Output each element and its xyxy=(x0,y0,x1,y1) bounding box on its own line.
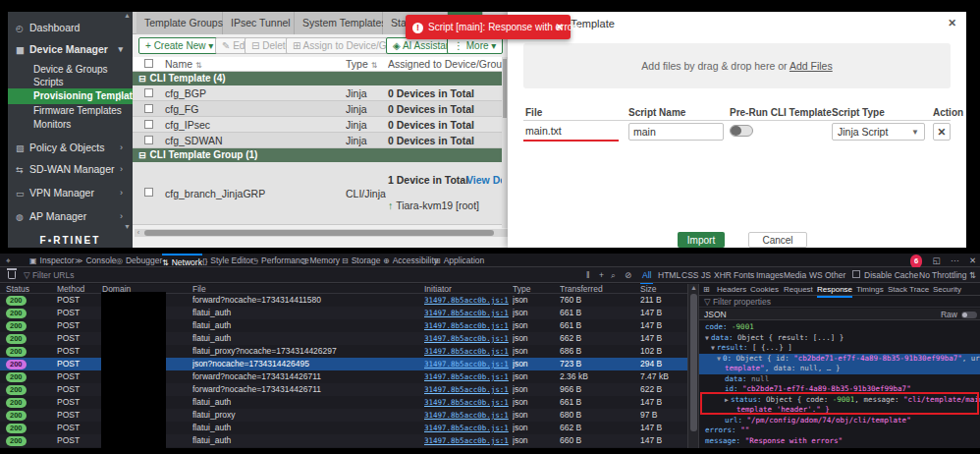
more-button[interactable]: ⋮ More ▾ xyxy=(447,37,503,54)
twisty-down-icon[interactable]: ▼ xyxy=(705,334,709,342)
add-icon[interactable]: + xyxy=(599,267,604,283)
scrollbar-thumb[interactable] xyxy=(144,230,494,236)
import-button[interactable]: Import xyxy=(678,232,725,248)
tab-ipsec-tunnel[interactable]: IPsec Tunnel xyxy=(223,12,295,34)
remove-file-button[interactable]: ✕ xyxy=(933,123,951,141)
json-line-object0[interactable]: ▼0: Object { id: "cb2bde71-ef7f-4a89-8b3… xyxy=(699,354,980,365)
row-checkbox[interactable] xyxy=(144,120,153,129)
toast-close-icon[interactable]: ✕ xyxy=(556,15,564,39)
script-name-input[interactable] xyxy=(628,123,724,141)
devtools-tab-storage[interactable]: ⊟Storage xyxy=(342,254,380,267)
col-assigned[interactable]: Assigned to Device/Group ⇅ xyxy=(388,57,517,73)
scroll-left-icon[interactable]: ‹ xyxy=(135,229,142,237)
details-tab-timings[interactable]: Timings xyxy=(856,284,884,296)
row-checkbox[interactable] xyxy=(144,188,153,197)
col-size[interactable]: Size xyxy=(640,284,685,294)
sidebar-item-vpn-manager[interactable]: ▭VPN Manager› xyxy=(8,185,133,200)
filter-urls-input[interactable]: ▽ Filter URLs xyxy=(24,267,74,283)
details-tab-security[interactable]: Security xyxy=(933,284,961,296)
initiator-link[interactable]: 31497.8b5acc0b.js:1 xyxy=(424,360,509,369)
json-line-data-null[interactable]: data: null xyxy=(699,374,980,385)
devtools-tab-network[interactable]: ⇅Network xyxy=(162,254,202,267)
disable-cache-checkbox[interactable] xyxy=(852,270,860,278)
col-status[interactable]: Status xyxy=(6,284,53,294)
meatball-menu-icon[interactable]: ⋯ xyxy=(951,255,959,265)
json-line-code[interactable]: code: -9001 xyxy=(699,322,980,333)
initiator-link[interactable]: 31497.8b5acc0b.js:1 xyxy=(424,296,509,305)
details-tab-stack-trace[interactable]: Stack Trace xyxy=(888,284,929,296)
tab-system-templates[interactable]: System Templates xyxy=(295,12,383,34)
devtools-tab-console[interactable]: ≫Console xyxy=(75,254,117,267)
sidebar-item-monitors[interactable]: Monitors xyxy=(8,117,133,133)
prerun-toggle[interactable] xyxy=(730,125,753,137)
script-type-select[interactable]: Jinja Script▼ xyxy=(832,123,925,141)
block-icon[interactable]: ⊘ xyxy=(625,267,631,283)
sidebar-item-sdwan-manager[interactable]: ⇆SD-WAN Manager› xyxy=(8,161,133,177)
close-devtools-icon[interactable]: ✕ xyxy=(969,255,976,265)
type-filter-fonts[interactable]: Fonts xyxy=(732,267,756,283)
col-initiator[interactable]: Initiator xyxy=(424,284,509,294)
sidebar-item-policy-objects[interactable]: ▧Policy & Objects› xyxy=(8,140,133,155)
details-tab-headers[interactable]: Headers xyxy=(717,284,746,296)
filter-properties-input[interactable]: ▽ Filter properties xyxy=(699,297,980,308)
json-line-result[interactable]: ▼result: [ {...} ] xyxy=(699,343,980,354)
create-new-button[interactable]: + Create New ▾ xyxy=(138,37,220,54)
scrollbar-thumb[interactable] xyxy=(503,59,507,118)
devtools-tab-performance[interactable]: ◷Performance xyxy=(251,254,309,267)
json-line-message[interactable]: message: "Response with errors" xyxy=(699,436,980,447)
col-file[interactable]: File xyxy=(192,284,418,294)
details-tab-cookies[interactable]: Cookies xyxy=(750,284,779,296)
collapse-icon[interactable]: ⊟ xyxy=(138,150,146,160)
devtools-tab-debugger[interactable]: ◎Debugger xyxy=(116,254,162,267)
json-line-data[interactable]: ▼data: Object { result: [...] } xyxy=(699,333,980,344)
file-dropzone[interactable]: Add files by drag & drop here or Add Fil… xyxy=(523,43,951,88)
devtools-tab-inspector[interactable]: ▣Inspector xyxy=(29,254,75,267)
scroll-up-icon[interactable]: ▲ xyxy=(124,12,131,19)
initiator-link[interactable]: 31497.8b5acc0b.js:1 xyxy=(424,436,509,445)
initiator-link[interactable]: 31497.8b5acc0b.js:1 xyxy=(424,321,509,330)
col-type[interactable]: Type ⇅ xyxy=(346,57,377,73)
tab-template-groups[interactable]: Template Groups xyxy=(136,12,223,34)
type-filter-js[interactable]: JS xyxy=(699,267,713,283)
disable-cache-label[interactable]: Disable Cache xyxy=(864,267,918,283)
initiator-link[interactable]: 31497.8b5acc0b.js:1 xyxy=(424,411,509,420)
scroll-up-icon[interactable]: ▲ xyxy=(690,284,697,291)
clear-requests-icon[interactable] xyxy=(8,271,16,279)
col-type[interactable]: Type xyxy=(513,284,556,294)
search-icon[interactable]: ⌕ xyxy=(611,267,616,283)
add-files-link[interactable]: Add Files xyxy=(789,60,833,72)
expand-all-icon[interactable]: ⊞ xyxy=(703,284,710,296)
sidebar-item-provisioning-templates[interactable]: Provisioning Templates⋮ xyxy=(8,88,133,104)
sidebar-item-dashboard[interactable]: ◴Dashboard xyxy=(8,20,133,35)
row-checkbox[interactable] xyxy=(144,104,153,113)
type-filter-all[interactable]: All xyxy=(640,267,653,285)
type-filter-other[interactable]: Other xyxy=(823,267,847,283)
collapse-icon[interactable]: ⊟ xyxy=(138,74,146,84)
initiator-link[interactable]: 31497.8b5acc0b.js:1 xyxy=(424,309,509,317)
select-all-checkbox[interactable] xyxy=(144,59,153,68)
type-filter-media[interactable]: Media xyxy=(782,267,808,283)
scroll-down-icon[interactable]: ▼ xyxy=(124,223,131,230)
json-line-errors[interactable]: errors: "" xyxy=(699,426,980,436)
type-filter-css[interactable]: CSS xyxy=(680,267,700,283)
devtools-tab-style-editor[interactable]: {}Style Editor xyxy=(202,254,253,267)
scrollbar-thumb[interactable] xyxy=(690,294,697,431)
row-checkbox[interactable] xyxy=(144,136,153,144)
initiator-link[interactable]: 31497.8b5acc0b.js:1 xyxy=(424,372,509,381)
initiator-link[interactable]: 31497.8b5acc0b.js:1 xyxy=(424,385,509,394)
sidebar-item-device-manager[interactable]: ▦Device Manager▾ xyxy=(8,41,133,57)
cancel-button[interactable]: Cancel xyxy=(748,232,807,248)
horizontal-scrollbar[interactable]: ‹ xyxy=(135,229,508,237)
responsive-mode-icon[interactable]: ◱ xyxy=(933,255,941,265)
initiator-link[interactable]: 31497.8b5acc0b.js:1 xyxy=(424,424,509,432)
initiator-link[interactable]: 31497.8b5acc0b.js:1 xyxy=(424,334,509,343)
throttling-select[interactable]: No Throttling ⇅ xyxy=(919,267,976,283)
raw-toggle[interactable] xyxy=(961,312,977,318)
devtools-tab-accessibility[interactable]: ⊕Accessibility xyxy=(383,254,438,267)
pause-icon[interactable]: ‖ xyxy=(586,267,590,283)
details-tab-request[interactable]: Request xyxy=(784,284,813,296)
details-tab-response[interactable]: Response xyxy=(817,284,852,298)
close-icon[interactable]: ✕ xyxy=(948,17,956,28)
network-scrollbar[interactable]: ▲ xyxy=(687,284,698,448)
twisty-down-icon[interactable]: ▼ xyxy=(711,344,715,352)
